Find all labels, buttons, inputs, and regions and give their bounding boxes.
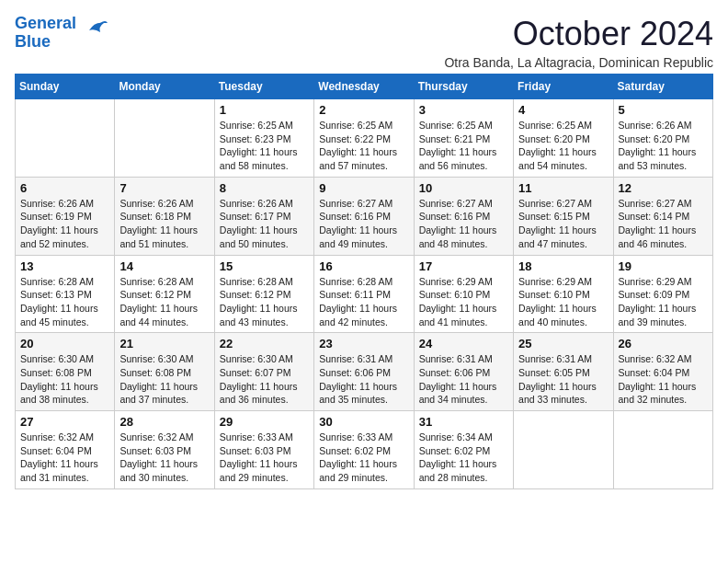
day-number: 9 [319,181,408,195]
day-number: 19 [619,259,708,273]
day-number: 28 [119,415,209,429]
day-number: 29 [220,415,309,429]
calendar-cell: 22Sunrise: 6:30 AMSunset: 6:07 PMDayligh… [214,333,313,411]
calendar-cell: 15Sunrise: 6:28 AMSunset: 6:12 PMDayligh… [214,255,313,333]
calendar-cell: 6Sunrise: 6:26 AMSunset: 6:19 PMDaylight… [16,177,115,255]
weekday-header-friday: Friday [514,75,613,99]
calendar-cell: 11Sunrise: 6:27 AMSunset: 6:15 PMDayligh… [514,177,613,255]
calendar-cell: 27Sunrise: 6:32 AMSunset: 6:04 PMDayligh… [16,411,115,489]
calendar-cell: 7Sunrise: 6:26 AMSunset: 6:18 PMDaylight… [115,177,214,255]
day-number: 2 [319,103,408,117]
day-info: Sunrise: 6:32 AMSunset: 6:04 PMDaylight:… [20,431,109,485]
calendar-cell: 5Sunrise: 6:26 AMSunset: 6:20 PMDaylight… [613,99,712,178]
day-info: Sunrise: 6:28 AMSunset: 6:12 PMDaylight:… [119,275,209,329]
day-info: Sunrise: 6:27 AMSunset: 6:16 PMDaylight:… [319,197,408,251]
day-info: Sunrise: 6:27 AMSunset: 6:16 PMDaylight:… [419,197,508,251]
calendar-cell: 13Sunrise: 6:28 AMSunset: 6:13 PMDayligh… [16,255,115,333]
calendar-cell: 10Sunrise: 6:27 AMSunset: 6:16 PMDayligh… [414,177,513,255]
calendar-week-row: 27Sunrise: 6:32 AMSunset: 6:04 PMDayligh… [16,411,713,489]
day-info: Sunrise: 6:31 AMSunset: 6:06 PMDaylight:… [319,352,408,407]
day-number: 24 [419,337,508,350]
calendar-cell: 21Sunrise: 6:30 AMSunset: 6:08 PMDayligh… [115,333,214,411]
day-number: 8 [220,181,309,195]
calendar-cell: 2Sunrise: 6:25 AMSunset: 6:22 PMDaylight… [314,99,414,178]
calendar-week-row: 13Sunrise: 6:28 AMSunset: 6:13 PMDayligh… [16,255,713,333]
day-info: Sunrise: 6:33 AMSunset: 6:02 PMDaylight:… [319,431,408,485]
calendar-cell: 8Sunrise: 6:26 AMSunset: 6:17 PMDaylight… [214,177,313,255]
day-info: Sunrise: 6:30 AMSunset: 6:07 PMDaylight:… [220,352,309,407]
weekday-header-wednesday: Wednesday [314,75,414,99]
day-info: Sunrise: 6:30 AMSunset: 6:08 PMDaylight:… [20,352,109,407]
day-info: Sunrise: 6:27 AMSunset: 6:14 PMDaylight:… [619,197,708,251]
day-info: Sunrise: 6:26 AMSunset: 6:20 PMDaylight:… [619,119,708,173]
month-title: October 2024 [444,15,713,53]
logo-bird-icon [82,14,109,45]
calendar-cell: 20Sunrise: 6:30 AMSunset: 6:08 PMDayligh… [16,333,115,411]
day-number: 14 [119,259,209,273]
day-info: Sunrise: 6:25 AMSunset: 6:22 PMDaylight:… [319,119,408,173]
calendar-cell: 16Sunrise: 6:28 AMSunset: 6:11 PMDayligh… [314,255,414,333]
day-number: 6 [20,181,109,195]
day-number: 27 [20,415,109,429]
day-info: Sunrise: 6:25 AMSunset: 6:21 PMDaylight:… [419,119,508,173]
calendar-cell: 3Sunrise: 6:25 AMSunset: 6:21 PMDaylight… [414,99,513,178]
day-number: 26 [619,337,708,350]
day-number: 31 [419,415,508,429]
day-info: Sunrise: 6:31 AMSunset: 6:05 PMDaylight:… [518,352,608,407]
calendar-cell: 18Sunrise: 6:29 AMSunset: 6:10 PMDayligh… [514,255,613,333]
day-info: Sunrise: 6:32 AMSunset: 6:03 PMDaylight:… [119,431,209,485]
day-info: Sunrise: 6:30 AMSunset: 6:08 PMDaylight:… [119,352,209,407]
day-info: Sunrise: 6:27 AMSunset: 6:15 PMDaylight:… [518,197,608,251]
day-info: Sunrise: 6:31 AMSunset: 6:06 PMDaylight:… [419,352,508,407]
weekday-header-thursday: Thursday [414,75,513,99]
calendar-cell: 26Sunrise: 6:32 AMSunset: 6:04 PMDayligh… [613,333,712,411]
day-info: Sunrise: 6:25 AMSunset: 6:20 PMDaylight:… [518,119,608,173]
logo: General Blue [15,15,109,52]
calendar-cell: 1Sunrise: 6:25 AMSunset: 6:23 PMDaylight… [214,99,313,178]
calendar-table: SundayMondayTuesdayWednesdayThursdayFrid… [15,74,713,489]
weekday-header-tuesday: Tuesday [214,75,313,99]
weekday-header-saturday: Saturday [613,75,712,99]
weekday-header-monday: Monday [115,75,214,99]
calendar-cell [514,411,613,489]
day-info: Sunrise: 6:29 AMSunset: 6:10 PMDaylight:… [518,275,608,329]
day-info: Sunrise: 6:26 AMSunset: 6:17 PMDaylight:… [220,197,309,251]
day-info: Sunrise: 6:25 AMSunset: 6:23 PMDaylight:… [220,119,309,173]
calendar-cell: 9Sunrise: 6:27 AMSunset: 6:16 PMDaylight… [314,177,414,255]
day-number: 5 [619,103,708,117]
day-number: 3 [419,103,508,117]
day-number: 12 [619,181,708,195]
day-number: 10 [419,181,508,195]
calendar-cell [16,99,115,178]
day-info: Sunrise: 6:28 AMSunset: 6:12 PMDaylight:… [220,275,309,329]
calendar-cell: 25Sunrise: 6:31 AMSunset: 6:05 PMDayligh… [514,333,613,411]
weekday-header-sunday: Sunday [16,75,115,99]
calendar-cell: 19Sunrise: 6:29 AMSunset: 6:09 PMDayligh… [613,255,712,333]
calendar-cell: 28Sunrise: 6:32 AMSunset: 6:03 PMDayligh… [115,411,214,489]
logo-text: General Blue [15,14,76,51]
day-number: 11 [518,181,608,195]
day-info: Sunrise: 6:29 AMSunset: 6:10 PMDaylight:… [419,275,508,329]
weekday-header-row: SundayMondayTuesdayWednesdayThursdayFrid… [16,75,713,99]
day-number: 1 [220,103,309,117]
calendar-cell: 29Sunrise: 6:33 AMSunset: 6:03 PMDayligh… [214,411,313,489]
calendar-cell: 23Sunrise: 6:31 AMSunset: 6:06 PMDayligh… [314,333,414,411]
day-number: 17 [419,259,508,273]
calendar-cell: 4Sunrise: 6:25 AMSunset: 6:20 PMDaylight… [514,99,613,178]
day-number: 13 [20,259,109,273]
day-number: 18 [518,259,608,273]
day-info: Sunrise: 6:34 AMSunset: 6:02 PMDaylight:… [419,431,508,485]
logo-general: General [15,14,76,32]
day-number: 20 [20,337,109,350]
calendar-cell: 24Sunrise: 6:31 AMSunset: 6:06 PMDayligh… [414,333,513,411]
day-number: 30 [319,415,408,429]
calendar-cell [613,411,712,489]
calendar-cell: 31Sunrise: 6:34 AMSunset: 6:02 PMDayligh… [414,411,513,489]
page-header: General Blue October 2024 Otra Banda, La… [15,15,713,70]
day-info: Sunrise: 6:26 AMSunset: 6:19 PMDaylight:… [20,197,109,251]
day-number: 22 [220,337,309,350]
day-number: 23 [319,337,408,350]
calendar-cell: 14Sunrise: 6:28 AMSunset: 6:12 PMDayligh… [115,255,214,333]
calendar-week-row: 1Sunrise: 6:25 AMSunset: 6:23 PMDaylight… [16,99,713,178]
day-info: Sunrise: 6:28 AMSunset: 6:13 PMDaylight:… [20,275,109,329]
